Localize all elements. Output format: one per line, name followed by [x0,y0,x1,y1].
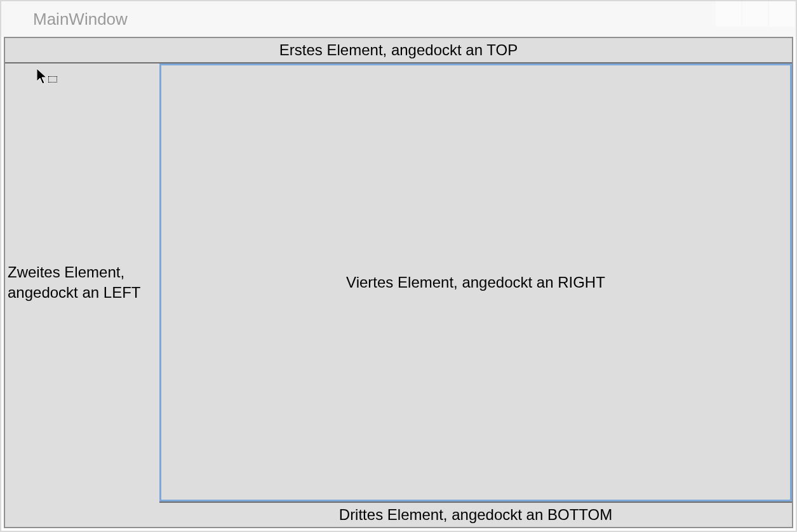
left-panel-label: Zweites Element, angedockt an LEFT [8,262,157,303]
window-controls [716,1,796,37]
maximize-button[interactable] [742,1,768,27]
left-docked-panel: Zweites Element, angedockt an LEFT [5,63,159,502]
right-docked-panel[interactable]: Viertes Element, angedockt an RIGHT [159,63,792,502]
bottom-docked-panel: Drittes Element, angedockt an BOTTOM [159,502,792,527]
top-docked-panel: Erstes Element, angedockt an TOP [5,38,792,63]
main-window: MainWindow Erstes Element, angedockt an … [0,0,797,532]
bottom-panel-label: Drittes Element, angedockt an BOTTOM [339,506,612,524]
dock-panel: Erstes Element, angedockt an TOP Zweites… [4,37,793,528]
titlebar: MainWindow [1,1,796,37]
top-panel-label: Erstes Element, angedockt an TOP [279,41,518,59]
minimize-button[interactable] [716,1,741,27]
middle-row: Zweites Element, angedockt an LEFT Viert… [5,63,792,502]
right-panel-label: Viertes Element, angedockt an RIGHT [346,274,605,291]
close-button[interactable] [769,1,794,27]
window-title: MainWindow [33,10,128,29]
